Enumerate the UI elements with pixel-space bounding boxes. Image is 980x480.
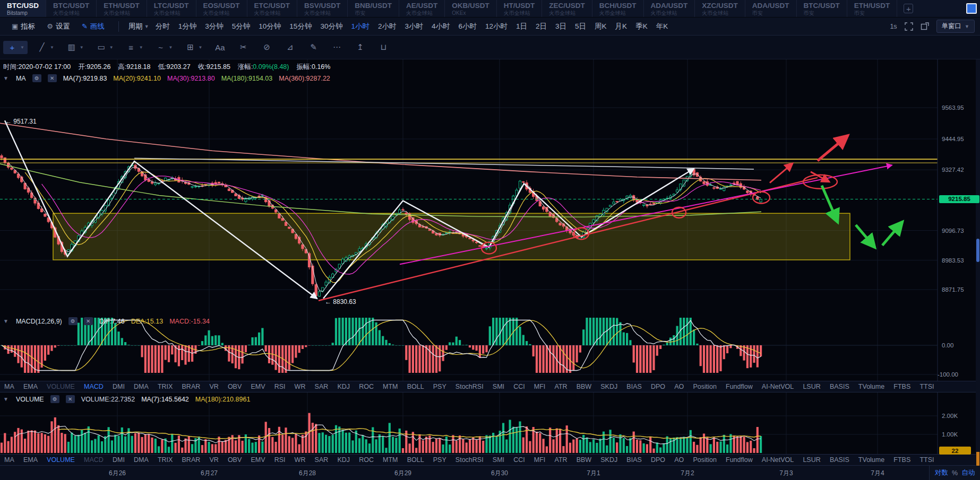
indicator-tab-SAR[interactable]: SAR — [315, 383, 329, 390]
symbol-tab-BSV-USDT[interactable]: BSV/USDT火币全球站 — [297, 0, 348, 17]
indicator-tab-MACD[interactable]: MACD — [84, 456, 104, 464]
period-3分钟[interactable]: 3分钟 — [205, 22, 223, 31]
indicator-tab-BOLL[interactable]: BOLL — [407, 383, 424, 390]
fullscreen-icon[interactable] — [905, 22, 913, 31]
symbol-tab-LTC-USDT[interactable]: LTC/USDT火币全球站 — [147, 0, 196, 17]
indicator-tab-WR[interactable]: WR — [295, 383, 306, 390]
period-dropdown[interactable]: 周期▼ — [128, 22, 149, 31]
indicator-tab-LSUR[interactable]: LSUR — [803, 383, 820, 390]
indicator-tab-KDJ[interactable]: KDJ — [337, 456, 350, 464]
indicator-tab-BIAS[interactable]: BIAS — [626, 383, 642, 390]
draw-tool-fibonacci-box[interactable]: ⊞▼ — [182, 40, 206, 54]
indicator-tab-DMI[interactable]: DMI — [113, 383, 125, 390]
indicator-tab-TTSI[interactable]: TTSI — [919, 383, 934, 390]
symbol-tab-ADA-USDT[interactable]: ADA/USDT币安 — [745, 0, 797, 17]
draw-tool-pattern[interactable]: ⋯ — [328, 40, 346, 54]
period-季K[interactable]: 季K — [635, 22, 648, 31]
indicator-tab-TVolume[interactable]: TVolume — [858, 383, 884, 390]
symbol-tab-ETH-USDT[interactable]: ETH/USDT火币全球站 — [97, 0, 147, 17]
draw-tool-export[interactable]: ↥ — [351, 40, 369, 54]
indicator-tab-LSUR[interactable]: LSUR — [803, 456, 820, 464]
candlestick-chart[interactable]: ← 9517.31← 8830.63 — [0, 59, 980, 314]
symbol-tab-BCH-USDT[interactable]: BCH/USDT火币全球站 — [592, 0, 644, 17]
settings-button[interactable]: ⚙ 设置 — [47, 22, 70, 31]
gear-icon[interactable]: ⚙ — [50, 395, 59, 403]
indicator-tab-SAR[interactable]: SAR — [315, 456, 329, 464]
indicator-tab-EMA[interactable]: EMA — [23, 383, 38, 390]
symbol-tab-BTC-USDT[interactable]: BTC/USDT火币全球站 — [46, 0, 97, 17]
indicator-tab-StochRSI[interactable]: StochRSI — [455, 456, 484, 464]
period-12小时[interactable]: 12小时 — [485, 22, 508, 31]
indicator-tab-WR[interactable]: WR — [295, 456, 306, 464]
period-15分钟[interactable]: 15分钟 — [289, 22, 312, 31]
period-2日[interactable]: 2日 — [536, 22, 547, 31]
symbol-tab-BTC-USDT[interactable]: BTC/USDT币安 — [797, 0, 847, 17]
symbol-tab-AE-USDT[interactable]: AE/USDT火币全球站 — [399, 0, 445, 17]
indicator-tab-BASIS[interactable]: BASIS — [830, 383, 849, 390]
scale-自动[interactable]: 自动 — [961, 468, 975, 477]
period-3日[interactable]: 3日 — [555, 22, 566, 31]
draw-tool-text[interactable]: Aa — [211, 41, 229, 54]
indicator-tab-MFI[interactable]: MFI — [534, 456, 546, 464]
draw-tool-scissors[interactable]: ✂ — [234, 40, 252, 54]
indicator-tab-VR[interactable]: VR — [209, 383, 218, 390]
indicator-tab-SKDJ[interactable]: SKDJ — [600, 383, 617, 390]
draw-tool-brush[interactable]: ✎ — [304, 40, 322, 54]
draw-tool-parallel-lines[interactable]: ≡▼ — [122, 41, 147, 54]
indicator-tab-FTBS[interactable]: FTBS — [893, 456, 910, 464]
indicator-tab-BBW[interactable]: BBW — [577, 456, 591, 464]
period-5分钟[interactable]: 5分钟 — [232, 22, 251, 31]
draw-tool-magnet[interactable]: ⊘ — [257, 40, 276, 54]
draw-button[interactable]: ✎ 画线 — [82, 22, 105, 31]
collapse-icon[interactable]: ▼ — [3, 396, 8, 402]
indicator-tab-EMV[interactable]: EMV — [251, 456, 265, 464]
indicator-tab-VR[interactable]: VR — [209, 456, 218, 464]
indicator-tab-StochRSI[interactable]: StochRSI — [455, 383, 484, 390]
draw-tool-rectangle[interactable]: ▭▼ — [92, 40, 117, 54]
indicator-tab-OBV[interactable]: OBV — [228, 383, 242, 390]
indicator-tab-SMI[interactable]: SMI — [493, 456, 504, 464]
indicator-tab-BIAS[interactable]: BIAS — [626, 456, 642, 464]
indicator-tab-OBV[interactable]: OBV — [228, 456, 242, 464]
indicator-tab-BASIS[interactable]: BASIS — [830, 456, 849, 464]
indicator-tab-EMV[interactable]: EMV — [251, 383, 265, 390]
window-pin-icon[interactable] — [966, 3, 977, 14]
indicator-tab-AI-NetVOL[interactable]: AI-NetVOL — [762, 383, 794, 390]
period-分时[interactable]: 分时 — [156, 22, 170, 31]
indicator-tab-BRAR[interactable]: BRAR — [182, 383, 201, 390]
indicator-tab-DPO[interactable]: DPO — [651, 383, 665, 390]
indicator-tab-TRIX[interactable]: TRIX — [158, 456, 173, 464]
symbol-tab-BTC-USD[interactable]: BTC/USDBitstamp — [0, 0, 46, 17]
indicator-tab-EMA[interactable]: EMA — [23, 456, 38, 464]
draw-tool-ruler[interactable]: ⊿ — [281, 40, 299, 54]
scrollbar-thumb[interactable] — [976, 239, 979, 262]
gear-icon[interactable]: ⚙ — [32, 74, 41, 82]
period-1分钟[interactable]: 1分钟 — [178, 22, 197, 31]
collapse-icon[interactable]: ▼ — [3, 318, 8, 324]
indicator-tab-TTSI[interactable]: TTSI — [919, 456, 934, 464]
indicator-tab-Fundflow[interactable]: Fundflow — [726, 456, 753, 464]
indicator-tab-FTBS[interactable]: FTBS — [893, 383, 910, 390]
period-2小时[interactable]: 2小时 — [378, 22, 397, 31]
scale-%[interactable]: % — [952, 469, 958, 477]
collapse-icon[interactable]: ▼ — [3, 75, 8, 81]
period-1日[interactable]: 1日 — [516, 22, 527, 31]
draw-tool-trend-line[interactable]: ╱▼ — [33, 40, 57, 54]
symbol-tab-ZEC-USDT[interactable]: ZEC/USDT火币全球站 — [542, 0, 592, 17]
period-年K[interactable]: 年K — [656, 22, 668, 31]
period-5日[interactable]: 5日 — [575, 22, 586, 31]
indicator-tab-RSI[interactable]: RSI — [274, 456, 286, 464]
close-icon[interactable]: ✕ — [48, 74, 57, 82]
indicator-tab-PSY[interactable]: PSY — [433, 456, 446, 464]
draw-tool-vertical-lines[interactable]: ▥▼ — [63, 40, 87, 54]
draw-tool-delete[interactable]: ⊔ — [374, 40, 392, 54]
right-scrollbar[interactable] — [976, 59, 980, 466]
indicator-tab-AO[interactable]: AO — [674, 383, 684, 390]
window-mode-button[interactable]: 单窗口▼ — [936, 20, 975, 33]
indicator-tab-BBW[interactable]: BBW — [577, 383, 591, 390]
close-icon[interactable]: ✕ — [84, 317, 93, 325]
scale-对数[interactable]: 对数 — [935, 468, 948, 477]
indicator-tab-MTM[interactable]: MTM — [383, 383, 398, 390]
symbol-tab-BNB-USDT[interactable]: BNB/USDT币安 — [348, 0, 399, 17]
indicator-tab-DPO[interactable]: DPO — [651, 456, 665, 464]
